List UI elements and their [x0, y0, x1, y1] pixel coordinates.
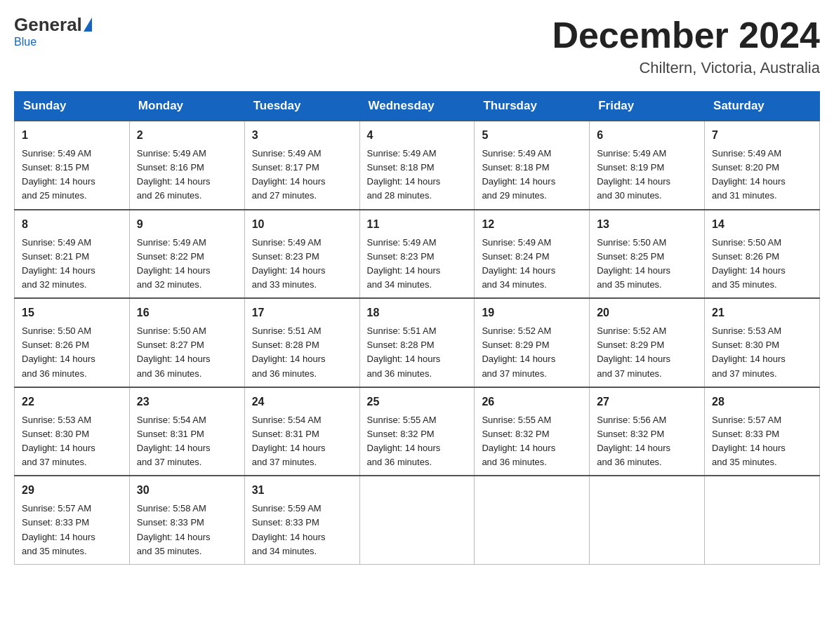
location-subtitle: Chiltern, Victoria, Australia — [552, 59, 820, 77]
day-info: Sunrise: 5:49 AMSunset: 8:16 PMDaylight:… — [137, 148, 211, 201]
title-section: December 2024 Chiltern, Victoria, Austra… — [552, 14, 820, 77]
day-number: 31 — [252, 482, 352, 499]
day-info: Sunrise: 5:54 AMSunset: 8:31 PMDaylight:… — [137, 415, 211, 467]
header-monday: Monday — [129, 92, 244, 121]
day-number: 2 — [137, 127, 237, 144]
day-number: 12 — [482, 216, 582, 233]
day-info: Sunrise: 5:51 AMSunset: 8:28 PMDaylight:… — [252, 326, 326, 378]
table-row: 14 Sunrise: 5:50 AMSunset: 8:26 PMDaylig… — [705, 210, 820, 299]
day-number: 29 — [22, 482, 122, 499]
day-number: 8 — [22, 216, 122, 233]
day-info: Sunrise: 5:50 AMSunset: 8:25 PMDaylight:… — [597, 237, 670, 290]
day-number: 22 — [22, 394, 122, 410]
table-row: 20 Sunrise: 5:52 AMSunset: 8:29 PMDaylig… — [590, 298, 705, 387]
day-number: 9 — [137, 216, 237, 233]
header-saturday: Saturday — [705, 92, 820, 121]
day-info: Sunrise: 5:57 AMSunset: 8:33 PMDaylight:… — [22, 503, 95, 556]
day-info: Sunrise: 5:52 AMSunset: 8:29 PMDaylight:… — [597, 326, 670, 378]
logo-triangle-icon — [84, 18, 92, 32]
day-info: Sunrise: 5:50 AMSunset: 8:27 PMDaylight:… — [137, 326, 211, 378]
day-info: Sunrise: 5:59 AMSunset: 8:33 PMDaylight:… — [252, 503, 326, 556]
day-info: Sunrise: 5:49 AMSunset: 8:19 PMDaylight:… — [597, 148, 670, 201]
day-info: Sunrise: 5:56 AMSunset: 8:32 PMDaylight:… — [597, 415, 670, 467]
table-row: 30 Sunrise: 5:58 AMSunset: 8:33 PMDaylig… — [129, 476, 244, 564]
table-row — [705, 476, 820, 564]
day-info: Sunrise: 5:49 AMSunset: 8:23 PMDaylight:… — [252, 237, 326, 290]
table-row: 15 Sunrise: 5:50 AMSunset: 8:26 PMDaylig… — [15, 298, 130, 387]
day-number: 18 — [367, 304, 468, 321]
day-info: Sunrise: 5:53 AMSunset: 8:30 PMDaylight:… — [712, 326, 786, 378]
day-number: 7 — [712, 127, 812, 144]
day-number: 15 — [22, 304, 122, 321]
day-number: 25 — [367, 394, 468, 410]
table-row: 1 Sunrise: 5:49 AMSunset: 8:15 PMDayligh… — [15, 121, 130, 210]
table-row: 17 Sunrise: 5:51 AMSunset: 8:28 PMDaylig… — [244, 298, 359, 387]
table-row: 28 Sunrise: 5:57 AMSunset: 8:33 PMDaylig… — [705, 387, 820, 476]
day-info: Sunrise: 5:50 AMSunset: 8:26 PMDaylight:… — [712, 237, 786, 290]
day-number: 17 — [252, 304, 352, 321]
logo-general-text: General — [14, 14, 82, 36]
day-info: Sunrise: 5:49 AMSunset: 8:20 PMDaylight:… — [712, 148, 786, 201]
day-number: 21 — [712, 304, 812, 321]
table-row: 18 Sunrise: 5:51 AMSunset: 8:28 PMDaylig… — [359, 298, 475, 387]
table-row: 16 Sunrise: 5:50 AMSunset: 8:27 PMDaylig… — [129, 298, 244, 387]
day-number: 11 — [367, 216, 468, 233]
day-number: 23 — [137, 394, 237, 410]
table-row: 3 Sunrise: 5:49 AMSunset: 8:17 PMDayligh… — [244, 121, 359, 210]
header-sunday: Sunday — [15, 92, 130, 121]
table-row: 9 Sunrise: 5:49 AMSunset: 8:22 PMDayligh… — [129, 210, 244, 299]
day-info: Sunrise: 5:53 AMSunset: 8:30 PMDaylight:… — [22, 415, 95, 467]
calendar-week-row: 29 Sunrise: 5:57 AMSunset: 8:33 PMDaylig… — [15, 476, 820, 564]
month-title: December 2024 — [552, 14, 820, 56]
day-number: 3 — [252, 127, 352, 144]
day-info: Sunrise: 5:49 AMSunset: 8:24 PMDaylight:… — [482, 237, 555, 290]
table-row: 6 Sunrise: 5:49 AMSunset: 8:19 PMDayligh… — [590, 121, 705, 210]
calendar-week-row: 15 Sunrise: 5:50 AMSunset: 8:26 PMDaylig… — [15, 298, 820, 387]
table-row — [359, 476, 475, 564]
day-number: 20 — [597, 304, 697, 321]
header-wednesday: Wednesday — [359, 92, 475, 121]
day-number: 19 — [482, 304, 582, 321]
calendar-header-row: Sunday Monday Tuesday Wednesday Thursday… — [15, 92, 820, 121]
calendar-week-row: 1 Sunrise: 5:49 AMSunset: 8:15 PMDayligh… — [15, 121, 820, 210]
calendar-week-row: 8 Sunrise: 5:49 AMSunset: 8:21 PMDayligh… — [15, 210, 820, 299]
day-number: 10 — [252, 216, 352, 233]
table-row: 4 Sunrise: 5:49 AMSunset: 8:18 PMDayligh… — [359, 121, 475, 210]
table-row: 11 Sunrise: 5:49 AMSunset: 8:23 PMDaylig… — [359, 210, 475, 299]
day-number: 26 — [482, 394, 582, 410]
day-info: Sunrise: 5:57 AMSunset: 8:33 PMDaylight:… — [712, 415, 786, 467]
logo-blue-text: Blue — [14, 36, 37, 48]
day-number: 30 — [137, 482, 237, 499]
day-number: 5 — [482, 127, 582, 144]
day-number: 1 — [22, 127, 122, 144]
day-number: 13 — [597, 216, 697, 233]
table-row: 26 Sunrise: 5:55 AMSunset: 8:32 PMDaylig… — [475, 387, 590, 476]
table-row — [590, 476, 705, 564]
day-info: Sunrise: 5:54 AMSunset: 8:31 PMDaylight:… — [252, 415, 326, 467]
table-row: 31 Sunrise: 5:59 AMSunset: 8:33 PMDaylig… — [244, 476, 359, 564]
table-row: 12 Sunrise: 5:49 AMSunset: 8:24 PMDaylig… — [475, 210, 590, 299]
header-tuesday: Tuesday — [244, 92, 359, 121]
table-row: 23 Sunrise: 5:54 AMSunset: 8:31 PMDaylig… — [129, 387, 244, 476]
table-row: 8 Sunrise: 5:49 AMSunset: 8:21 PMDayligh… — [15, 210, 130, 299]
day-info: Sunrise: 5:55 AMSunset: 8:32 PMDaylight:… — [367, 415, 441, 467]
table-row: 22 Sunrise: 5:53 AMSunset: 8:30 PMDaylig… — [15, 387, 130, 476]
day-info: Sunrise: 5:49 AMSunset: 8:17 PMDaylight:… — [252, 148, 326, 201]
table-row: 13 Sunrise: 5:50 AMSunset: 8:25 PMDaylig… — [590, 210, 705, 299]
table-row: 19 Sunrise: 5:52 AMSunset: 8:29 PMDaylig… — [475, 298, 590, 387]
header-friday: Friday — [590, 92, 705, 121]
day-info: Sunrise: 5:49 AMSunset: 8:22 PMDaylight:… — [137, 237, 211, 290]
day-number: 16 — [137, 304, 237, 321]
day-number: 24 — [252, 394, 352, 410]
header-thursday: Thursday — [475, 92, 590, 121]
day-info: Sunrise: 5:55 AMSunset: 8:32 PMDaylight:… — [482, 415, 555, 467]
day-info: Sunrise: 5:49 AMSunset: 8:15 PMDaylight:… — [22, 148, 95, 201]
table-row: 24 Sunrise: 5:54 AMSunset: 8:31 PMDaylig… — [244, 387, 359, 476]
day-info: Sunrise: 5:58 AMSunset: 8:33 PMDaylight:… — [137, 503, 211, 556]
day-info: Sunrise: 5:49 AMSunset: 8:18 PMDaylight:… — [367, 148, 441, 201]
table-row: 2 Sunrise: 5:49 AMSunset: 8:16 PMDayligh… — [129, 121, 244, 210]
day-info: Sunrise: 5:50 AMSunset: 8:26 PMDaylight:… — [22, 326, 95, 378]
table-row: 25 Sunrise: 5:55 AMSunset: 8:32 PMDaylig… — [359, 387, 475, 476]
table-row: 7 Sunrise: 5:49 AMSunset: 8:20 PMDayligh… — [705, 121, 820, 210]
logo: General Blue — [14, 14, 92, 48]
